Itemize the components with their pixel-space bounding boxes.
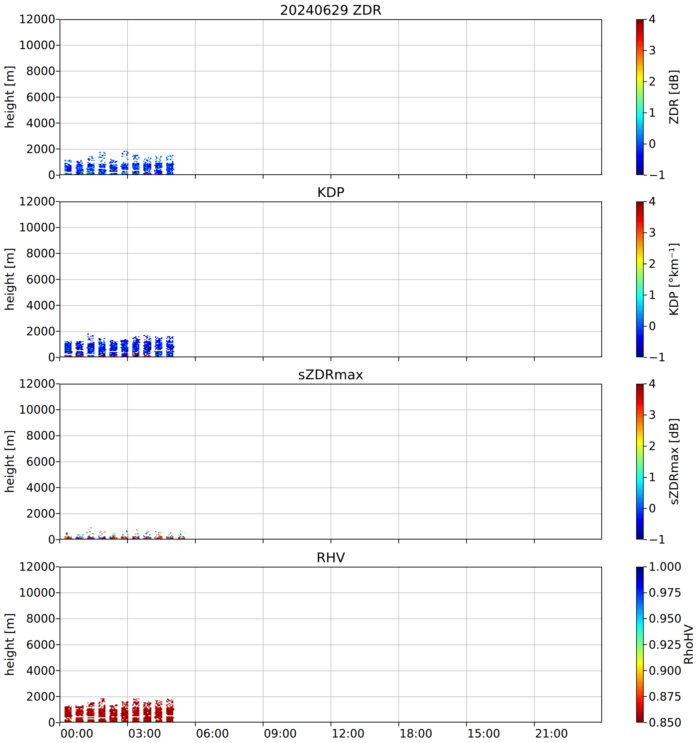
- colorbar-tick-mark: [644, 539, 647, 540]
- x-tick-mark: [398, 540, 399, 543]
- y-tick-mark: [56, 71, 59, 71]
- plot-canvas-RHV: [59, 567, 602, 722]
- y-tick-mark: [56, 305, 59, 306]
- x-tick-mark: [263, 175, 263, 179]
- colorbar-tick-label: 3: [649, 408, 691, 422]
- colorbar-tick-mark: [644, 567, 647, 567]
- panel-title-kdp: KDP: [59, 185, 602, 200]
- colorbar-tick-label: 4: [649, 194, 691, 209]
- y-tick-label: 8000: [10, 429, 55, 443]
- colorbar-tick-label: 2: [649, 74, 691, 89]
- colorbar-tick-mark: [644, 722, 647, 723]
- y-tick-mark: [56, 513, 59, 514]
- y-tick-label: 4000: [10, 664, 55, 678]
- y-tick-label: 12000: [10, 377, 55, 391]
- y-tick-label: 0: [10, 168, 55, 182]
- y-tick-label: 0: [10, 533, 55, 546]
- y-tick-label: 8000: [10, 246, 55, 260]
- y-tick-label: 2000: [10, 324, 55, 338]
- x-tick-mark: [195, 357, 196, 361]
- colorbar-tick-mark: [644, 670, 647, 671]
- y-tick-label: 12000: [10, 12, 55, 26]
- y-tick-mark: [56, 357, 59, 358]
- y-tick-label: 10000: [10, 38, 55, 52]
- y-tick-label: 10000: [10, 586, 55, 599]
- y-tick-label: 10000: [10, 403, 55, 417]
- x-tick-mark: [59, 540, 60, 543]
- x-tick-mark: [330, 357, 331, 361]
- x-tick-mark: [534, 357, 535, 361]
- radar-quicklook-figure: 20240629 ZDR KDP sZDRmax RHV height [m] …: [0, 0, 700, 743]
- x-tick-label: 12:00: [332, 727, 365, 740]
- plot-canvas-20240629 ZDR: [59, 19, 602, 175]
- colorbar-canvas-RHV: [636, 567, 644, 722]
- y-tick-label: 6000: [10, 455, 55, 469]
- y-tick-mark: [56, 592, 59, 593]
- x-tick-mark: [330, 175, 331, 179]
- x-tick-mark: [330, 540, 331, 543]
- colorbar-tick-mark: [644, 201, 647, 202]
- colorbar-tick-label: −1: [649, 168, 691, 182]
- y-tick-label: 12000: [10, 194, 55, 209]
- x-tick-mark: [127, 175, 128, 179]
- colorbar-tick-mark: [644, 112, 647, 113]
- x-tick-label: 03:00: [128, 727, 161, 740]
- y-tick-mark: [56, 618, 59, 619]
- colorbar-tick-label: −1: [649, 533, 691, 546]
- colorbar-tick-label: 0.900: [649, 664, 691, 678]
- y-tick-mark: [56, 644, 59, 645]
- y-tick-mark: [56, 461, 59, 462]
- y-tick-mark: [56, 487, 59, 488]
- colorbar-tick-mark: [644, 50, 647, 51]
- x-tick-mark: [127, 357, 128, 361]
- colorbar-tick-mark: [644, 383, 647, 384]
- y-tick-label: 2000: [10, 142, 55, 156]
- colorbar-tick-label: 3: [649, 43, 691, 57]
- x-tick-label: 21:00: [535, 727, 568, 740]
- colorbar-tick-label: 0.875: [649, 690, 691, 704]
- y-tick-mark: [56, 383, 59, 384]
- x-tick-mark: [466, 540, 467, 543]
- x-tick-mark: [195, 175, 196, 179]
- colorbar-tick-label: 0.850: [649, 716, 691, 730]
- y-tick-mark: [56, 253, 59, 254]
- x-tick-mark: [330, 722, 331, 726]
- colorbar-tick-mark: [644, 477, 647, 478]
- y-tick-label: 2000: [10, 507, 55, 521]
- colorbar-canvas-KDP: [636, 201, 644, 357]
- panel-title-zdr: 20240629 ZDR: [59, 3, 602, 18]
- y-tick-label: 8000: [10, 64, 55, 78]
- colorbar-tick-mark: [644, 446, 647, 447]
- colorbar-canvas-20240629 ZDR: [636, 19, 644, 175]
- y-tick-label: 4000: [10, 116, 55, 130]
- colorbar-tick-label: 0: [649, 502, 691, 515]
- colorbar-tick-mark: [644, 263, 647, 264]
- y-tick-mark: [56, 567, 59, 567]
- y-tick-mark: [56, 97, 59, 98]
- colorbar-tick-mark: [644, 81, 647, 82]
- x-tick-label: 18:00: [400, 727, 432, 740]
- colorbar-tick-mark: [644, 19, 647, 20]
- colorbar-tick-label: 0.950: [649, 611, 691, 626]
- x-tick-mark: [466, 357, 467, 361]
- y-tick-mark: [56, 19, 59, 20]
- y-tick-mark: [56, 435, 59, 436]
- colorbar-tick-mark: [644, 232, 647, 233]
- x-tick-mark: [534, 175, 535, 179]
- y-tick-label: 0: [10, 350, 55, 364]
- x-tick-mark: [127, 540, 128, 543]
- panel-title-szdrmax: sZDRmax: [59, 367, 602, 382]
- y-tick-label: 2000: [10, 690, 55, 704]
- colorbar-tick-mark: [644, 508, 647, 509]
- x-tick-label: 00:00: [60, 727, 93, 740]
- x-tick-mark: [59, 175, 60, 179]
- x-tick-mark: [263, 540, 263, 543]
- colorbar-tick-label: 0.925: [649, 638, 691, 652]
- colorbar-tick-label: 0.975: [649, 586, 691, 599]
- x-tick-mark: [534, 722, 535, 726]
- colorbar-tick-label: 1: [649, 470, 691, 484]
- y-tick-label: 12000: [10, 560, 55, 574]
- colorbar-tick-mark: [644, 414, 647, 415]
- colorbar-tick-label: 1: [649, 106, 691, 120]
- colorbar-tick-label: 4: [649, 12, 691, 26]
